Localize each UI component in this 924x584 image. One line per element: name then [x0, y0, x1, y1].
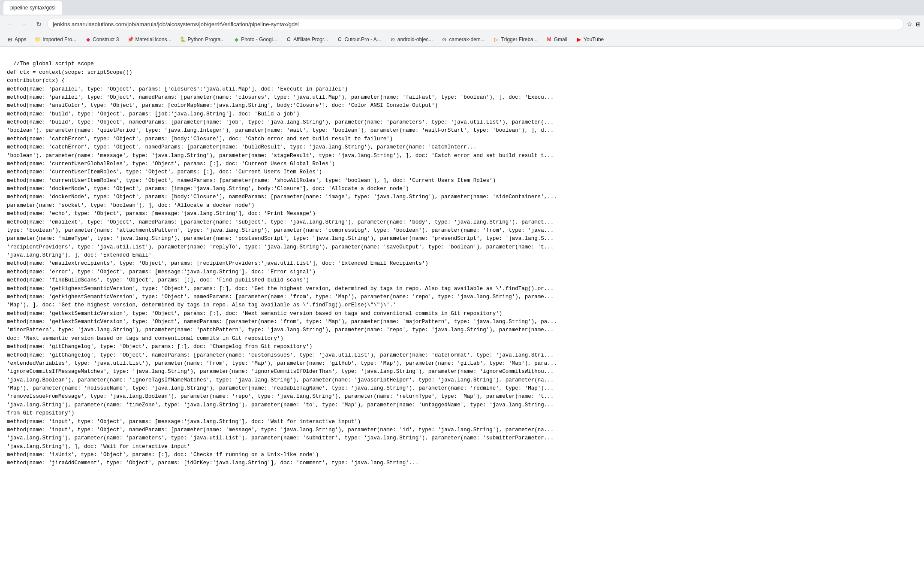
extension-icon[interactable]: ⊞ [916, 21, 921, 27]
tab-title: pipeline-syntax/gdsl [10, 5, 55, 11]
bookmark-label: Trigger Fireba... [501, 36, 538, 42]
folder-icon: 📁 [35, 36, 41, 42]
material-icon: 📌 [127, 36, 133, 42]
python-icon: 🐍 [180, 36, 186, 42]
nav-icons-right: ☆ ⊞ [906, 20, 921, 28]
affiliate-icon: C [286, 36, 292, 42]
bookmark-apps[interactable]: ⊞ Apps [3, 36, 30, 43]
bookmark-cutout[interactable]: C Cutout.Pro - A... [333, 36, 384, 43]
apps-icon: ⊞ [7, 36, 13, 42]
youtube-icon: ▶ [576, 36, 582, 42]
active-tab[interactable]: pipeline-syntax/gdsl [3, 1, 62, 15]
bookmark-label: camerax-dem... [449, 36, 485, 42]
bookmarks-bar: ⊞ Apps 📁 Imported Fro... ◆ Construct 3 📌… [0, 33, 924, 46]
bookmark-construct3[interactable]: ◆ Construct 3 [81, 36, 122, 43]
bookmark-android-object[interactable]: ⊙ android-objec... [386, 36, 436, 43]
tab-bar: pipeline-syntax/gdsl [0, 0, 924, 15]
gdsl-content: //The global script scope def ctx = cont… [7, 61, 557, 466]
bookmark-photo-google[interactable]: ◆ Photo - Googl... [230, 36, 280, 43]
bookmark-imported[interactable]: 📁 Imported Fro... [31, 36, 80, 43]
bookmark-gmail[interactable]: M Gmail [543, 36, 571, 43]
refresh-button[interactable]: ↻ [33, 18, 45, 30]
bookmark-youtube[interactable]: ▶ YouTube [572, 36, 607, 43]
github-icon: ⊙ [390, 36, 396, 42]
firebase-icon: ▷ [494, 36, 500, 42]
cutout-icon: C [337, 36, 343, 42]
bookmark-camerax[interactable]: ⊙ camerax-dem... [438, 36, 488, 43]
bookmark-label: Gmail [554, 36, 567, 42]
back-button[interactable]: ← [3, 18, 15, 30]
construct-icon: ◆ [85, 36, 91, 42]
bookmark-label: Imported Fro... [42, 36, 76, 42]
bookmark-label: Cutout.Pro - A... [344, 36, 381, 42]
camerax-icon: ⊙ [441, 36, 447, 42]
forward-icon: → [21, 20, 27, 28]
back-icon: ← [6, 20, 13, 28]
forward-button[interactable]: → [18, 18, 30, 30]
bookmark-label: Construct 3 [93, 36, 119, 42]
bookmark-affiliate[interactable]: C Affiliate Progr... [282, 36, 331, 43]
address-bar[interactable]: jenkins.amarulasolutions.com/job/amarula… [47, 18, 904, 30]
url-text: jenkins.amarulasolutions.com/job/amarula… [53, 21, 299, 27]
bookmark-firebase[interactable]: ▷ Trigger Fireba... [490, 36, 541, 43]
bookmark-label: Affiliate Progr... [293, 36, 328, 42]
bookmark-label: YouTube [584, 36, 604, 42]
bookmark-python[interactable]: 🐍 Python Progra... [176, 36, 228, 43]
gmail-icon: M [546, 36, 552, 42]
bookmark-label: Apps [15, 36, 26, 42]
bookmark-material-icons[interactable]: 📌 Material icons... [124, 36, 175, 43]
content-area[interactable]: //The global script scope def ctx = cont… [0, 47, 924, 584]
bookmark-star-icon[interactable]: ☆ [906, 20, 912, 28]
nav-bar: ← → ↻ jenkins.amarulasolutions.com/job/a… [0, 15, 924, 33]
bookmark-label: android-objec... [397, 36, 433, 42]
browser-chrome: pipeline-syntax/gdsl ← → ↻ jenkins.amaru… [0, 0, 924, 47]
photo-icon: ◆ [233, 36, 239, 42]
bookmark-label: Material icons... [135, 36, 171, 42]
refresh-icon: ↻ [36, 20, 42, 28]
bookmark-label: Photo - Googl... [241, 36, 277, 42]
bookmark-label: Python Progra... [187, 36, 225, 42]
